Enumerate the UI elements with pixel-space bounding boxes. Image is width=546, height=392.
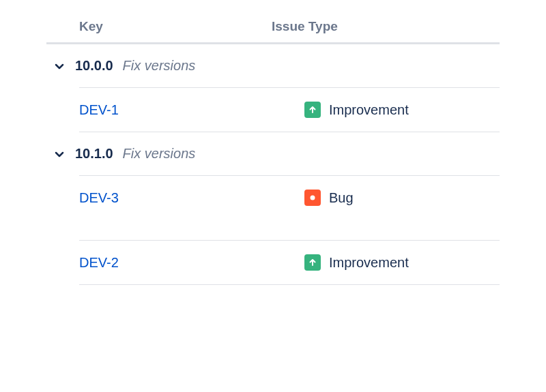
issue-key-link[interactable]: DEV-1 <box>79 102 119 117</box>
improvement-icon <box>304 254 321 271</box>
group-label: Fix versions <box>123 58 196 74</box>
issue-type-label: Improvement <box>329 102 409 118</box>
version-group: 10.1.0 Fix versions DEV-3 Bug <box>46 132 500 285</box>
svg-point-0 <box>311 196 315 200</box>
issue-row[interactable]: DEV-3 Bug <box>79 175 500 220</box>
header-key[interactable]: Key <box>46 19 272 34</box>
issue-key-link[interactable]: DEV-2 <box>79 255 119 270</box>
group-version: 10.1.0 <box>75 146 113 162</box>
header-issue-type[interactable]: Issue Type <box>272 19 500 34</box>
issue-key-link[interactable]: DEV-3 <box>79 190 119 205</box>
group-header[interactable]: 10.1.0 Fix versions <box>46 132 500 175</box>
version-group: 10.0.0 Fix versions DEV-1 Improvement <box>46 44 500 132</box>
issue-row[interactable]: DEV-2 Improvement <box>79 240 500 285</box>
improvement-icon <box>304 102 321 118</box>
issues-list: DEV-3 Bug DEV-2 <box>46 175 500 285</box>
chevron-down-icon <box>53 60 66 72</box>
issue-row[interactable]: DEV-1 Improvement <box>79 87 500 132</box>
group-version: 10.0.0 <box>75 58 113 74</box>
issues-list: DEV-1 Improvement <box>46 87 500 132</box>
issue-type-label: Bug <box>329 190 354 206</box>
group-label: Fix versions <box>123 146 196 162</box>
issue-table: Key Issue Type 10.0.0 Fix versions DEV-1 <box>46 19 500 285</box>
issue-type-label: Improvement <box>329 255 409 271</box>
table-header: Key Issue Type <box>46 19 500 44</box>
bug-icon <box>304 190 321 206</box>
group-header[interactable]: 10.0.0 Fix versions <box>46 44 500 87</box>
chevron-down-icon <box>53 148 66 160</box>
